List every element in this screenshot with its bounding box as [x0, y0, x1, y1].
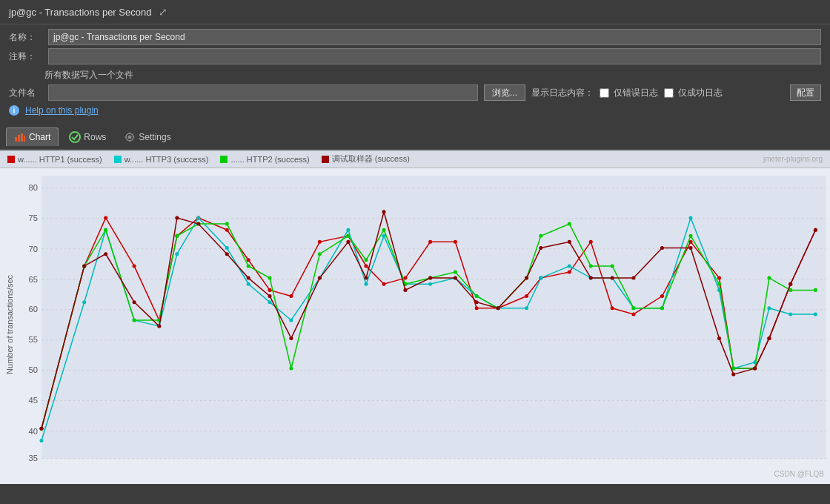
- svg-text:50: 50: [28, 365, 37, 374]
- data-point: [688, 216, 692, 219]
- all-data-row: 所有数据写入一个文件: [9, 67, 821, 84]
- error-log-checkbox-label[interactable]: 仅错误日志: [600, 85, 658, 101]
- file-input[interactable]: [48, 84, 478, 101]
- name-input[interactable]: [48, 29, 821, 45]
- data-point: [39, 427, 43, 431]
- error-log-checkbox[interactable]: [600, 88, 609, 98]
- data-point: [346, 228, 350, 232]
- data-point: [688, 246, 692, 250]
- data-point: [475, 294, 479, 298]
- data-point: [475, 300, 479, 304]
- data-point: [382, 210, 386, 213]
- chart-icon: [14, 131, 26, 143]
- browse-button[interactable]: 浏览...: [484, 84, 525, 101]
- svg-text:75: 75: [28, 213, 37, 222]
- data-point: [346, 240, 350, 244]
- data-point: [814, 312, 817, 316]
- data-point: [731, 373, 735, 377]
- title-bar: jp@gc - Transactions per Second ⤢: [0, 0, 830, 24]
- config-button[interactable]: 配置: [790, 84, 821, 101]
- data-point: [631, 306, 635, 310]
- data-point: [753, 366, 757, 370]
- data-point: [382, 228, 386, 232]
- svg-rect-3: [24, 136, 25, 142]
- success-log-checkbox[interactable]: [664, 88, 674, 98]
- data-point: [133, 318, 136, 322]
- svg-text:35: 35: [28, 454, 37, 462]
- data-point: [568, 240, 571, 244]
- data-point: [289, 366, 293, 370]
- data-point: [364, 282, 368, 286]
- data-point: [104, 216, 107, 219]
- data-point: [289, 294, 293, 298]
- legend-http3: w...... HTTP3 (success): [114, 155, 209, 164]
- data-point: [611, 276, 614, 280]
- data-point: [196, 222, 200, 226]
- svg-rect-8: [42, 176, 826, 459]
- file-row: 文件名 浏览... 显示日志内容： 仅错误日志 仅成功日志 配置: [9, 84, 821, 101]
- svg-text:45: 45: [28, 397, 37, 405]
- data-point: [525, 276, 528, 280]
- form-area: 名称： 注释： 所有数据写入一个文件 文件名 浏览... 显示日志内容： 仅错误…: [0, 24, 830, 125]
- data-point: [157, 325, 161, 328]
- success-log-checkbox-label[interactable]: 仅成功日志: [664, 85, 723, 101]
- comment-input[interactable]: [48, 48, 821, 64]
- data-point: [428, 240, 432, 244]
- data-point: [403, 288, 407, 292]
- data-point: [268, 288, 271, 292]
- data-point: [104, 228, 107, 232]
- data-point: [133, 264, 136, 268]
- name-label: 名称：: [9, 31, 42, 44]
- data-point: [525, 306, 528, 310]
- data-point: [525, 294, 528, 298]
- data-point: [247, 264, 250, 268]
- data-point: [346, 234, 350, 238]
- data-point: [364, 264, 368, 268]
- log-display-label: 显示日志内容：: [531, 87, 594, 99]
- data-point: [428, 282, 432, 286]
- svg-text:70: 70: [28, 245, 37, 253]
- data-point: [539, 276, 542, 280]
- data-point: [268, 300, 271, 304]
- legend-http1-color: [7, 156, 15, 163]
- data-point: [247, 258, 250, 262]
- name-row: 名称：: [9, 29, 821, 45]
- data-point: [497, 306, 500, 310]
- data-point: [364, 276, 368, 280]
- y-axis-label: Number of transactions/sec: [5, 275, 14, 374]
- svg-rect-0: [15, 137, 17, 142]
- expand-icon[interactable]: ⤢: [159, 6, 167, 18]
- chart-inner: CSDN @FLQB Number of transactions/sec 80…: [0, 168, 830, 481]
- data-point: [717, 282, 721, 286]
- legend-http2-label: ...... HTTP2 (success): [230, 155, 309, 164]
- file-label: 文件名: [9, 87, 42, 99]
- legend-http1: w...... HTTP1 (success): [7, 155, 102, 164]
- data-point: [247, 276, 250, 280]
- data-point: [788, 282, 792, 286]
- svg-text:55: 55: [28, 335, 37, 344]
- data-point: [196, 216, 200, 219]
- all-data-label: 所有数据写入一个文件: [44, 69, 133, 82]
- data-point: [133, 300, 136, 304]
- legend-http3-color: [114, 156, 122, 163]
- data-point: [82, 264, 86, 268]
- data-point: [660, 306, 664, 310]
- data-point: [428, 276, 432, 280]
- chart-legend: w...... HTTP1 (success) w...... HTTP3 (s…: [0, 150, 830, 168]
- tab-rows[interactable]: Rows: [62, 128, 113, 146]
- tabs-bar: Chart Rows Settings: [0, 125, 830, 150]
- legend-debug-color: [322, 156, 329, 163]
- data-point: [688, 234, 692, 238]
- comment-row: 注释：: [9, 48, 821, 64]
- help-link[interactable]: Help on this plugin: [25, 104, 99, 117]
- data-point: [631, 276, 635, 280]
- data-point: [767, 306, 771, 310]
- data-point: [475, 306, 479, 310]
- svg-text:40: 40: [28, 427, 37, 436]
- data-point: [788, 312, 792, 316]
- tab-settings[interactable]: Settings: [116, 128, 178, 146]
- tab-chart[interactable]: Chart: [6, 127, 59, 146]
- data-point: [382, 282, 386, 286]
- data-point: [175, 216, 179, 219]
- data-point: [454, 276, 457, 280]
